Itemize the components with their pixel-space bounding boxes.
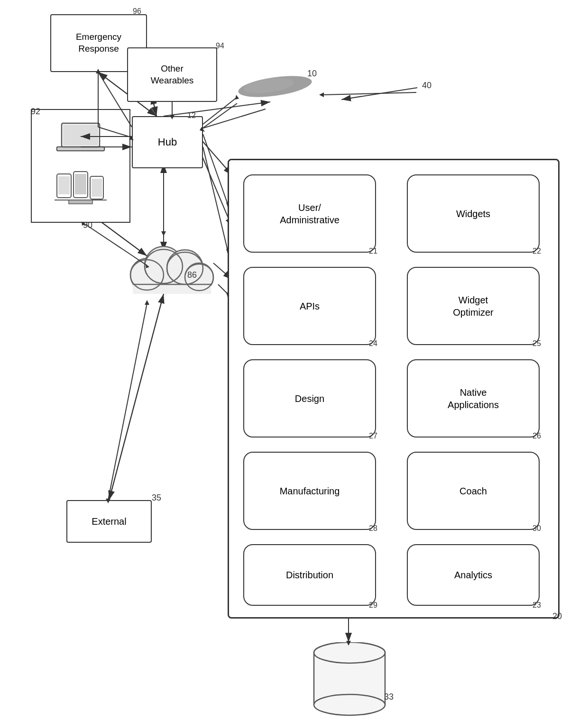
label-24: 24 bbox=[369, 339, 377, 348]
other-wearables-box: Other Wearables bbox=[127, 47, 217, 102]
widget-optimizer-label: Widget Optimizer bbox=[453, 294, 494, 319]
distribution-label: Distribution bbox=[286, 569, 333, 581]
label-25: 25 bbox=[533, 339, 541, 348]
server-area bbox=[39, 167, 122, 214]
coach-label: Coach bbox=[459, 485, 487, 497]
coach-box: Coach bbox=[407, 452, 540, 530]
svg-marker-80 bbox=[319, 92, 324, 97]
user-admin-box: User/ Administrative bbox=[243, 174, 376, 253]
cloud-shape bbox=[119, 232, 223, 303]
platform-container: User/ Administrative 21 Widgets 22 APIs … bbox=[228, 159, 560, 619]
svg-line-18 bbox=[109, 294, 164, 500]
manufacturing-box: Manufacturing bbox=[243, 452, 376, 530]
apis-box: APIs bbox=[243, 267, 376, 345]
label-26: 26 bbox=[533, 432, 541, 440]
label-20: 20 bbox=[552, 611, 562, 621]
svg-line-9 bbox=[341, 88, 417, 100]
label-23: 23 bbox=[533, 601, 541, 610]
diagram: Emergency Response 96 Other Wearables 94… bbox=[0, 0, 588, 720]
laptop-icon bbox=[55, 121, 107, 156]
widgets-box: Widgets bbox=[407, 174, 540, 253]
label-90: 90 bbox=[83, 220, 92, 230]
svg-rect-35 bbox=[69, 200, 92, 204]
label-10: 10 bbox=[307, 69, 317, 79]
label-94: 94 bbox=[216, 42, 224, 50]
device-group-box bbox=[31, 109, 130, 223]
svg-rect-31 bbox=[75, 174, 86, 194]
hub-box: Hub bbox=[132, 116, 203, 168]
svg-rect-33 bbox=[92, 179, 102, 197]
server-icon bbox=[52, 169, 109, 212]
label-21: 21 bbox=[369, 247, 377, 255]
design-box: Design bbox=[243, 359, 376, 437]
hub-label: Hub bbox=[158, 136, 177, 149]
design-label: Design bbox=[295, 392, 324, 405]
widget-optimizer-box: Widget Optimizer bbox=[407, 267, 540, 345]
svg-rect-29 bbox=[58, 176, 70, 194]
svg-line-54 bbox=[108, 303, 147, 500]
label-96: 96 bbox=[133, 7, 141, 16]
label-92: 92 bbox=[31, 107, 40, 117]
svg-point-50 bbox=[314, 694, 385, 715]
analytics-box: Analytics bbox=[407, 544, 540, 606]
native-apps-box: Native Applications bbox=[407, 359, 540, 437]
label-28: 28 bbox=[369, 524, 377, 533]
user-admin-label: User/ Administrative bbox=[280, 201, 340, 226]
svg-rect-27 bbox=[58, 148, 103, 150]
svg-line-7 bbox=[164, 102, 270, 116]
label-29: 29 bbox=[369, 601, 377, 610]
insole-shape bbox=[237, 73, 313, 100]
svg-rect-25 bbox=[63, 125, 98, 146]
svg-line-57 bbox=[203, 134, 228, 204]
svg-point-51 bbox=[314, 642, 385, 663]
label-86: 86 bbox=[187, 270, 197, 280]
svg-line-17 bbox=[109, 294, 164, 500]
label-35: 35 bbox=[152, 493, 161, 503]
external-label: External bbox=[92, 515, 126, 528]
emergency-response-label: Emergency Response bbox=[76, 31, 121, 55]
svg-line-79 bbox=[322, 92, 416, 95]
laptop-area bbox=[39, 117, 122, 160]
label-12: 12 bbox=[187, 111, 196, 120]
analytics-label: Analytics bbox=[454, 569, 492, 581]
manufacturing-label: Manufacturing bbox=[280, 485, 340, 497]
label-22: 22 bbox=[533, 247, 541, 255]
external-box: External bbox=[66, 500, 152, 543]
native-apps-label: Native Applications bbox=[448, 386, 499, 411]
distribution-box: Distribution bbox=[243, 544, 376, 606]
label-27: 27 bbox=[369, 432, 377, 440]
label-30: 30 bbox=[533, 524, 541, 533]
widgets-label: Widgets bbox=[456, 208, 490, 220]
other-wearables-label: Other Wearables bbox=[151, 63, 193, 86]
apis-label: APIs bbox=[300, 300, 320, 312]
label-33: 33 bbox=[384, 692, 394, 702]
database-shape bbox=[308, 642, 391, 718]
svg-line-77 bbox=[203, 103, 237, 128]
label-40: 40 bbox=[422, 81, 432, 91]
